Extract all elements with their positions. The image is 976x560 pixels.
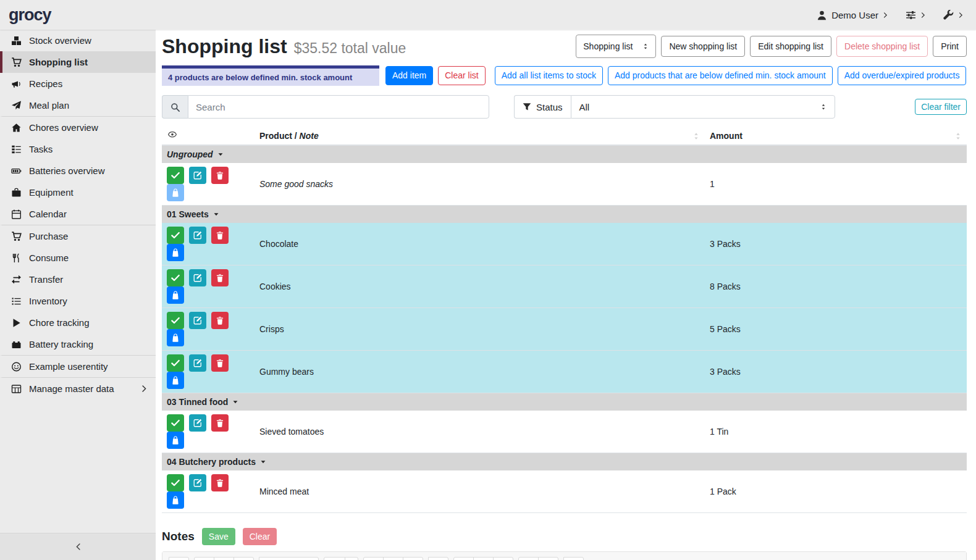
edit-item-button[interactable]	[189, 414, 206, 432]
settings-menu[interactable]	[906, 10, 926, 20]
add-to-stock-button[interactable]	[167, 184, 184, 201]
sidebar-item-stock-overview[interactable]: Stock overview	[0, 30, 156, 51]
product-group-row-03-tinned-food[interactable]: 03 Tinned food	[162, 393, 967, 411]
sidebar-item-calendar[interactable]: Calendar	[0, 203, 156, 225]
add-to-stock-button[interactable]	[167, 244, 184, 261]
edit-item-button[interactable]	[189, 354, 206, 372]
amount-cell: 1 Tin	[705, 411, 967, 453]
help-button[interactable]: ?	[563, 557, 584, 560]
add-to-stock-button[interactable]	[167, 286, 184, 304]
sort-icon[interactable]	[954, 132, 962, 140]
insert-table-button[interactable]	[428, 557, 448, 560]
done-button[interactable]	[167, 269, 184, 286]
sidebar-item-example-userentity[interactable]: Example userentity	[0, 356, 156, 378]
sidebar-item-manage-master-data[interactable]: Manage master data	[0, 378, 156, 399]
sidebar: Stock overview Shopping list Recipes Mea…	[0, 30, 156, 560]
paragraph-align-button[interactable]	[403, 557, 423, 560]
add-below-min-stock-button[interactable]: Add products that are below defined min.…	[608, 66, 833, 85]
done-button[interactable]	[167, 227, 184, 244]
ordered-list-button[interactable]: 123	[383, 557, 403, 560]
font-family-button[interactable]: Noto Sans	[259, 557, 319, 560]
sidebar-item-battery-tracking[interactable]: Battery tracking	[0, 333, 156, 356]
done-button[interactable]	[167, 312, 184, 329]
product-group-row-01-sweets[interactable]: 01 Sweets	[162, 206, 967, 224]
sidebar-item-consume[interactable]: Consume	[0, 247, 156, 269]
sidebar-item-chores-overview[interactable]: Chores overview	[0, 117, 156, 138]
sidebar-item-meal-plan[interactable]: Meal plan	[0, 94, 156, 117]
sidebar-item-tasks[interactable]: Tasks	[0, 138, 156, 160]
highlight-color-button[interactable]: A	[324, 557, 345, 560]
sidebar-item-transfer[interactable]: Transfer	[0, 269, 156, 290]
bold-button[interactable]: B	[194, 557, 214, 560]
sidebar-item-chore-tracking[interactable]: Chore tracking	[0, 312, 156, 333]
delete-item-button[interactable]	[211, 167, 229, 184]
insert-picture-button[interactable]	[473, 557, 494, 560]
sidebar-item-recipes[interactable]: Recipes	[0, 73, 156, 94]
add-item-button[interactable]: Add item	[385, 66, 433, 85]
amount-column-header[interactable]: Amount	[705, 127, 967, 145]
admin-tools-menu[interactable]	[943, 10, 964, 20]
insert-link-button[interactable]	[453, 557, 474, 560]
sidebar-item-equipment[interactable]: Equipment	[0, 182, 156, 203]
shopping-list-select[interactable]: Shopping list	[576, 35, 656, 58]
chevron-right-icon	[141, 385, 148, 392]
add-to-stock-button[interactable]	[167, 372, 184, 389]
edit-item-button[interactable]	[189, 269, 206, 286]
add-to-stock-button[interactable]	[167, 491, 184, 509]
row-actions-cell	[162, 265, 255, 308]
fullscreen-button[interactable]	[518, 557, 539, 560]
amount-cell: 5 Packs	[705, 308, 967, 351]
add-overdue-button[interactable]: Add overdue/expired products	[838, 66, 967, 85]
add-to-stock-button[interactable]	[167, 432, 184, 449]
sidebar-item-batteries-overview[interactable]: Batteries overview	[0, 160, 156, 182]
row-actions-cell	[162, 351, 255, 393]
delete-item-button[interactable]	[211, 354, 229, 372]
done-button[interactable]	[167, 474, 184, 491]
notes-save-button[interactable]: Save	[202, 528, 235, 545]
notes-clear-button[interactable]: Clear	[243, 528, 277, 545]
print-button[interactable]: Print	[933, 36, 967, 57]
highlight-color-caret-button[interactable]	[345, 557, 358, 560]
app-logo[interactable]: grocy	[9, 6, 51, 25]
done-button[interactable]	[167, 414, 184, 432]
sidebar-item-purchase[interactable]: Purchase	[0, 225, 156, 247]
add-to-stock-button[interactable]	[167, 329, 184, 346]
sort-icon[interactable]	[692, 132, 700, 140]
new-shopping-list-button[interactable]: New shopping list	[661, 36, 745, 57]
product-group-row-ungrouped[interactable]: Ungrouped	[162, 145, 967, 163]
delete-item-button[interactable]	[211, 269, 229, 286]
user-menu[interactable]: Demo User	[817, 10, 888, 20]
delete-item-button[interactable]	[211, 474, 229, 491]
search-input[interactable]	[188, 95, 489, 119]
status-filter-select[interactable]: All	[571, 95, 835, 119]
chevron-right-icon	[920, 12, 926, 18]
shopping-bag-icon	[171, 333, 180, 342]
sidebar-collapse-button[interactable]	[0, 533, 156, 560]
add-all-to-stock-button[interactable]: Add all list items to stock	[495, 66, 603, 85]
clear-format-button[interactable]	[233, 557, 254, 560]
code-view-button[interactable]: </>	[538, 557, 558, 560]
delete-item-button[interactable]	[211, 414, 229, 432]
clear-list-button[interactable]: Clear list	[438, 66, 485, 85]
unordered-list-button[interactable]	[363, 557, 384, 560]
clear-filter-button[interactable]: Clear filter	[915, 99, 967, 115]
edit-item-button[interactable]	[189, 227, 206, 244]
edit-item-button[interactable]	[189, 474, 206, 491]
eye-icon[interactable]	[167, 130, 178, 139]
delete-item-button[interactable]	[211, 312, 229, 329]
sidebar-item-shopping-list[interactable]: Shopping list	[0, 51, 156, 73]
home-icon	[11, 123, 22, 133]
magic-style-button[interactable]	[169, 557, 189, 560]
product-group-row-04-butchery-products[interactable]: 04 Butchery products	[162, 453, 967, 471]
underline-button[interactable]: U	[214, 557, 234, 560]
done-button[interactable]	[167, 354, 184, 372]
product-column-header[interactable]: Product / Note	[255, 127, 705, 145]
sidebar-item-inventory[interactable]: Inventory	[0, 290, 156, 312]
edit-item-button[interactable]	[189, 312, 206, 329]
done-button[interactable]	[167, 167, 184, 184]
insert-video-button[interactable]	[493, 557, 513, 560]
edit-item-button[interactable]	[189, 167, 206, 184]
delete-shopping-list-button[interactable]: Delete shopping list	[836, 36, 928, 57]
edit-shopping-list-button[interactable]: Edit shopping list	[750, 36, 831, 57]
delete-item-button[interactable]	[211, 227, 229, 244]
